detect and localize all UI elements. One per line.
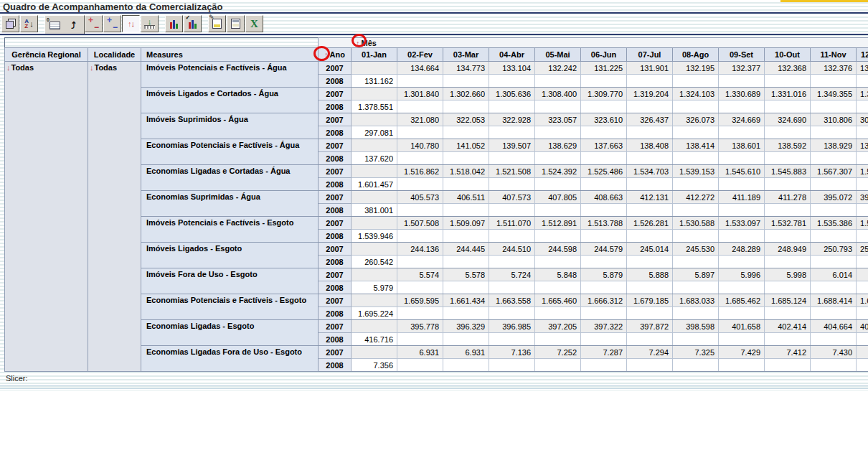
data-cell [581,75,627,88]
data-cell: 322.053 [443,113,489,126]
data-cell: 1.659.595 [397,294,443,307]
data-cell [352,139,397,152]
data-cell: 7.429 [719,346,765,359]
measure-cell: Imóveis Potenciais e Factíveis - Esgoto [141,217,319,243]
toolbar-group-5: ✎ X [208,15,264,32]
year-cell: 2008 [319,230,352,243]
data-cell: 1.534.703 [627,165,673,178]
data-cell: 140.780 [397,139,443,152]
expand-collapse-columns-button[interactable]: +− [103,15,121,32]
chart-button[interactable] [165,15,183,32]
data-cell [397,256,443,268]
data-cell [673,281,719,294]
month-header-4: 04-Abr [489,48,535,62]
gerencia-filter-cell[interactable]: ↓Todas [5,62,88,372]
year-cell: 2008 [319,126,352,139]
month-header-11: 11-Nov [811,48,857,62]
data-cell [673,178,719,191]
data-cell: 416.716 [352,333,397,346]
month-header-1: 01-Jan [352,48,397,62]
expand-collapse-rows-button[interactable]: +− [85,15,103,32]
data-cell: 133.104 [489,62,535,75]
year-cell: 2007 [319,346,352,359]
data-cell: 244.579 [581,243,627,256]
data-cell [857,268,868,281]
pivot-table: ↑Mês Gerência Regional Localidade Measur… [4,37,868,372]
pivot-arrow-button[interactable]: ⤴ [65,17,82,34]
data-cell [719,75,765,88]
data-cell [397,204,443,217]
sort-az-icon: AZ [24,19,29,29]
sort-updown-button[interactable]: ↑↓ [122,15,140,32]
data-cell: 1.509.097 [443,217,489,230]
printer-icon [231,19,240,29]
data-cell [765,178,811,191]
data-cell [673,75,719,88]
data-cell [535,281,581,294]
data-cell [719,256,765,268]
data-cell: 5.998 [765,268,811,281]
data-cell: 397.322 [581,320,627,333]
data-cell [489,230,535,243]
data-cell [489,256,535,268]
data-cell [535,256,581,268]
filter-down-arrow-icon[interactable]: ↓ [6,63,11,72]
data-cell: 1.511.070 [489,217,535,230]
data-cell [443,75,489,88]
year-cell: 2007 [319,320,352,333]
data-cell [489,178,535,191]
data-cell: 1.685.124 [765,294,811,307]
data-cell [627,307,673,320]
data-cell: 1.663.558 [489,294,535,307]
localidade-filter-cell[interactable]: ↓Todas [88,62,141,372]
data-cell [352,113,397,126]
data-cell: 322.928 [489,113,535,126]
data-cell: 244.510 [489,243,535,256]
show-empty-cells-button[interactable]: 0 [46,17,64,34]
month-header-2: 02-Fev [397,48,443,62]
data-cell [811,307,857,320]
excel-export-button[interactable]: X [245,15,263,32]
data-cell: 13 [857,62,868,75]
data-cell: 132.377 [719,62,765,75]
data-cell: 1.330.689 [719,88,765,100]
data-cell: 132.242 [535,62,581,75]
data-cell [765,359,811,372]
data-cell [443,100,489,113]
data-cell [719,152,765,165]
page-title: Quadro de Acompanhamento da Comercializa… [3,1,223,12]
drill-to-detail-button[interactable]: ↓ [141,15,159,32]
mes-row-gap [5,38,319,48]
data-cell [352,294,397,307]
data-cell [535,75,581,88]
data-cell [443,230,489,243]
sort-az-button[interactable]: AZ↓ [20,15,38,32]
chart-options-button[interactable]: ✓ [184,15,202,32]
cube-button[interactable] [1,15,19,32]
data-cell [811,256,857,268]
data-cell [857,256,868,268]
data-cell: 396.985 [489,320,535,333]
month-header-5: 05-Mai [535,48,581,62]
slicer-label: Slicer: [6,374,28,383]
excel-icon: X [250,18,258,30]
print-button[interactable] [227,15,245,32]
table-row: ↓Todas↓TodasImóveis Potenciais e Factíve… [5,62,868,75]
data-cell [397,75,443,88]
year-cell: 2008 [319,333,352,346]
data-cell [857,178,868,191]
filter-down-arrow-icon[interactable]: ↓ [90,63,94,72]
year-cell: 2007 [319,62,352,75]
data-cell [811,359,857,372]
data-cell [719,307,765,320]
data-cell [535,126,581,139]
data-cell: 323.057 [535,113,581,126]
column-header-row: Gerência Regional Localidade Measures ↑A… [5,48,868,62]
data-cell [397,178,443,191]
data-cell [535,152,581,165]
data-cell [489,100,535,113]
data-cell [352,346,397,359]
page-edit-icon: ✎ [212,19,222,29]
report-button[interactable]: ✎ [208,15,226,32]
data-cell: 402.414 [765,320,811,333]
